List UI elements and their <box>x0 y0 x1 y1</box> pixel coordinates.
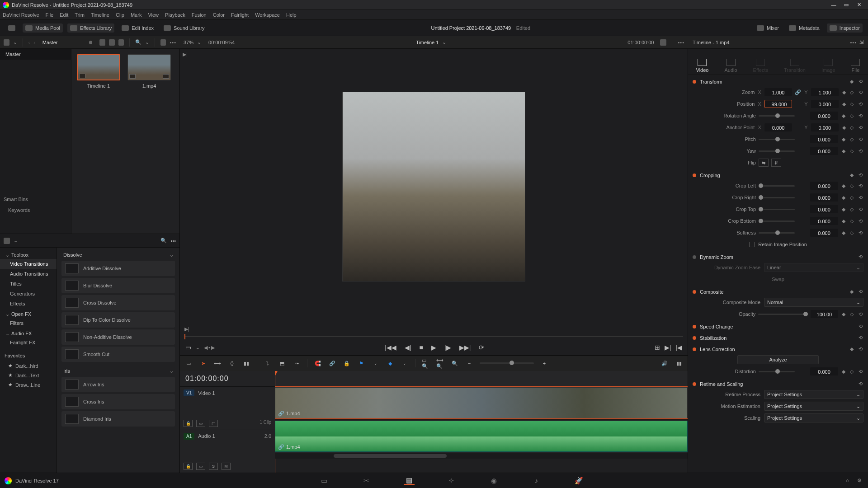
retime-section[interactable]: Retime and Scaling⟲ <box>693 377 863 389</box>
video-transitions-item[interactable]: Video Transitions <box>0 259 57 269</box>
search-chevron-icon[interactable]: ⌄ <box>145 39 149 45</box>
inspector-options-icon[interactable]: ••• <box>850 40 857 45</box>
audio-clip[interactable]: 🔗1.mp4 <box>275 421 688 452</box>
zoom-out-icon[interactable]: − <box>465 360 473 367</box>
loop-button[interactable]: ⟳ <box>479 344 484 351</box>
project-settings-button[interactable]: ⚙ <box>857 478 862 483</box>
transform-section[interactable]: Transform◆⟲ <box>693 75 863 86</box>
opacity-slider[interactable] <box>758 314 807 315</box>
fx-options-icon[interactable]: ••• <box>170 238 176 244</box>
menu-trim[interactable]: Trim <box>75 12 85 18</box>
next-frame-button[interactable]: |▶ <box>444 344 451 351</box>
lock-track-button[interactable]: 🔒 <box>184 420 193 427</box>
go-to-next-icon-2[interactable]: ▶| <box>184 326 189 332</box>
reset-icon[interactable]: ⟲ <box>857 79 863 84</box>
fx-cross-dissolve[interactable]: Cross Dissolve <box>61 295 175 310</box>
video-track-1[interactable]: 🔗1.mp4 <box>275 386 688 420</box>
disable-video-button[interactable]: ▢ <box>209 420 218 427</box>
fairlight-page-button[interactable]: ♪ <box>531 477 542 485</box>
softness-slider[interactable] <box>759 232 795 234</box>
media-page-button[interactable]: ▭ <box>319 477 330 485</box>
rotation-slider[interactable] <box>759 115 795 117</box>
menu-workspace[interactable]: Workspace <box>255 12 280 18</box>
grid-view-icon[interactable] <box>109 39 115 46</box>
detail-zoom-icon[interactable]: ▭🔍 <box>422 360 430 367</box>
selection-tool[interactable]: ➤ <box>199 360 207 367</box>
cut-page-button[interactable]: ✂ <box>361 477 372 485</box>
crop-bottom-field[interactable]: 0.000 <box>810 217 838 225</box>
fullscreen-viewer-button[interactable] <box>5 23 18 33</box>
fairlight-fx-item[interactable]: Fairlight FX <box>0 338 57 347</box>
yaw-field[interactable]: 0.000 <box>810 147 838 155</box>
stop-button[interactable]: ■ <box>420 344 423 351</box>
custom-zoom-icon[interactable]: 🔍 <box>451 360 459 367</box>
favorite-item[interactable]: ★Dark...hird <box>0 361 57 371</box>
list-view-icon[interactable] <box>118 39 124 46</box>
position-x-field[interactable]: -99.000 <box>764 100 792 108</box>
v1-tag[interactable]: V1 <box>184 389 194 396</box>
bin-master[interactable]: Master <box>0 49 71 60</box>
audio-transitions-item[interactable]: Audio Transitions <box>0 269 57 279</box>
insert-clip-icon[interactable]: ⤵ <box>264 360 272 367</box>
tab-transition[interactable]: Transition <box>784 59 806 73</box>
stabilization-section[interactable]: Stabilization⟲ <box>693 331 863 343</box>
timeline-options-icon[interactable]: ▭ <box>184 360 193 367</box>
toolbox-group[interactable]: ⌄Toolbox <box>0 249 57 259</box>
filters-item[interactable]: Filters <box>0 318 57 328</box>
lock-icon[interactable]: 🔒 <box>343 360 351 367</box>
sound-library-toggle[interactable]: Sound Library <box>161 23 208 33</box>
rotation-field[interactable]: 0.000 <box>810 112 838 120</box>
speed-section[interactable]: Speed Change⟲ <box>693 320 863 331</box>
anchor-x-field[interactable]: 0.000 <box>764 123 792 131</box>
video-clip[interactable]: 🔗1.mp4 <box>275 387 688 418</box>
mixer-toggle[interactable]: Mixer <box>754 23 782 33</box>
a1-tag[interactable]: A1 <box>184 433 194 440</box>
crop-bottom-slider[interactable] <box>759 221 795 222</box>
viewer-options-icon[interactable]: ••• <box>678 40 684 45</box>
mute-button[interactable]: M <box>222 463 231 470</box>
flag-icon[interactable]: ⚑ <box>357 360 365 367</box>
edit-page-button[interactable]: ▤ <box>404 477 415 485</box>
audio-track-1[interactable]: 🔗1.mp4 <box>275 420 688 453</box>
zoom-in-icon[interactable]: + <box>540 360 548 367</box>
marker-chevron-icon[interactable]: ⌄ <box>401 360 409 367</box>
retain-position-checkbox[interactable] <box>749 242 755 247</box>
menu-fusion[interactable]: Fusion <box>192 12 207 18</box>
titles-item[interactable]: Titles <box>0 279 57 289</box>
anchor-y-field[interactable]: 0.000 <box>811 123 839 131</box>
full-extent-icon[interactable]: ⟷🔍 <box>436 360 444 367</box>
video-track-header[interactable]: V1Video 1 🔒▭▢1 Clip <box>180 386 275 430</box>
trim-tool[interactable]: ⟷ <box>213 360 222 367</box>
crop-top-slider[interactable] <box>759 209 795 210</box>
softness-field[interactable]: 0.000 <box>810 229 838 237</box>
timeline-name[interactable]: Timeline 1 <box>416 40 439 45</box>
composite-section[interactable]: Composite◆⟲ <box>693 285 863 296</box>
audiofx-group[interactable]: ⌄Audio FX <box>0 328 57 338</box>
fx-cross-iris[interactable]: Cross Iris <box>61 394 175 409</box>
scaling-dropdown[interactable]: Project Settings⌄ <box>764 413 863 422</box>
bin-keywords[interactable]: Keywords <box>0 205 71 216</box>
zoom-chevron-icon[interactable]: ⌄ <box>197 39 201 45</box>
timeline-ruler[interactable] <box>275 371 688 386</box>
keyframe-icon[interactable]: ◆ <box>841 89 847 95</box>
clip-1mp4[interactable]: 1.mp4 <box>127 54 171 89</box>
overwrite-clip-icon[interactable]: ⬒ <box>278 360 286 367</box>
edit-index-toggle[interactable]: Edit Index <box>119 23 156 33</box>
nav-fwd-icon[interactable]: › <box>33 40 35 45</box>
match-frame-icon[interactable]: ⊞ <box>655 344 660 351</box>
generators-item[interactable]: Generators <box>0 289 57 299</box>
viewer-zoom-value[interactable]: 37% <box>184 40 193 45</box>
audio-track-header[interactable]: A1Audio 12.0 🔒▭SM <box>180 430 275 473</box>
pitch-slider[interactable] <box>759 139 795 140</box>
lock-track-button[interactable]: 🔒 <box>184 463 193 470</box>
replace-clip-icon[interactable]: ⤳ <box>292 360 301 367</box>
menu-file[interactable]: File <box>46 12 54 18</box>
meters-icon[interactable]: ▮▮ <box>675 360 683 367</box>
fx-chevron-icon[interactable]: ⌄ <box>14 238 18 244</box>
snapping-icon[interactable]: 🧲 <box>314 360 322 367</box>
dz-ease-dropdown[interactable]: Linear⌄ <box>764 263 863 272</box>
favorite-item[interactable]: ★Draw...Line <box>0 380 57 389</box>
search-icon[interactable]: 🔍 <box>135 39 142 45</box>
more-options-icon[interactable]: ••• <box>170 40 176 45</box>
cropping-section[interactable]: Cropping◆⟲ <box>693 169 863 180</box>
